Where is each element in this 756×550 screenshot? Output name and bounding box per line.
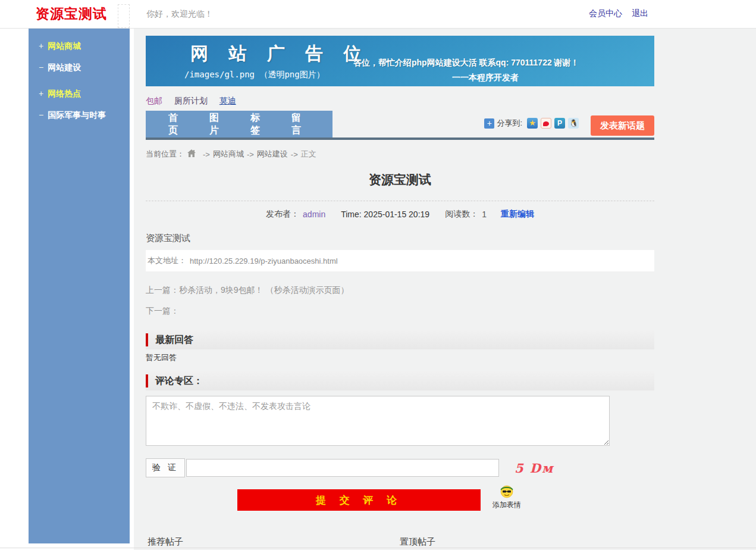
tab-tags[interactable]: 标签 [250, 112, 271, 137]
publisher-label: 发布者： [266, 209, 299, 220]
captcha-label: 验 证 [146, 458, 185, 477]
breadcrumb-arrow: -> [203, 150, 210, 159]
header-links: 会员中心 退出 [582, 8, 648, 19]
section-title: 最新回答 [155, 334, 193, 346]
sidebar: +网站商城 −网站建设 +网络热点 −国际军事与时事 [29, 29, 130, 543]
tencent-weibo-icon[interactable]: P [554, 118, 565, 129]
banner-message-line2: 一一本程序开发者 [452, 73, 519, 83]
share-bar: + 分享到: ★ P [484, 118, 582, 129]
submit-row: 提 交 评 论 添加表情 [146, 489, 654, 515]
no-answers-text: 暂无回答 [146, 352, 654, 363]
submit-comment-button[interactable]: 提 交 评 论 [237, 489, 481, 511]
captcha-row: 验 证 5 Dм [146, 458, 654, 477]
sidebar-item-military-news[interactable]: −国际军事与时事 [29, 106, 130, 125]
main-content: 网 站 广 告 位 /images/gl.png （透明png图片） 各位，帮忙… [146, 29, 654, 515]
banner-image-path: /images/gl.png （透明png图片） [184, 70, 325, 80]
permalink-label: 本文地址： [148, 255, 186, 266]
breadcrumb-arrow: -> [247, 150, 254, 159]
breadcrumb-item-website-build[interactable]: 网站建设 [257, 149, 288, 160]
share-plus-icon[interactable]: + [484, 118, 494, 129]
expand-plus-icon: + [39, 89, 43, 98]
qzone-icon[interactable]: ★ [527, 118, 538, 129]
qq-icon[interactable] [568, 118, 579, 129]
recommended-posts-heading: 推荐帖子 [148, 536, 183, 548]
main-nav: 首页 图片 标签 留言 + 分享到: ★ P 发表新话题 [146, 111, 654, 140]
previous-post-link[interactable]: 上一篇：秒杀活动，9块9包邮！ （秒杀活动演示页面） [146, 285, 654, 296]
page-body: +网站商城 −网站建设 +网络热点 −国际军事与时事 网 站 广 告 位 /im… [0, 29, 756, 550]
tab-home[interactable]: 首页 [168, 112, 189, 137]
latest-answers-header: 最新回答 [146, 330, 654, 349]
pinned-posts-heading: 置顶帖子 [400, 536, 435, 548]
home-icon[interactable] [187, 149, 196, 160]
dashed-divider [146, 201, 654, 201]
site-logo[interactable]: 资源宝测试 [36, 5, 107, 23]
sidebar-item-label: 国际军事与时事 [48, 110, 106, 120]
section-red-bar [146, 333, 148, 346]
views-count: 1 [482, 210, 487, 219]
breadcrumb-item-current: 正文 [301, 149, 316, 160]
page: 资源宝测试 你好，欢迎光临！ 会员中心 退出 +网站商城 −网站建设 +网络热点… [0, 0, 756, 550]
captcha-code-image: 5 Dм [515, 461, 554, 476]
weibo-icon[interactable] [541, 118, 551, 129]
tag-links-row: 包邮 厕所计划 莫迪 [146, 96, 654, 108]
banner-message-line1: 各位，帮忙介绍php网站建设大活 联系qq: 770111722 谢谢！ [353, 58, 579, 68]
member-center-link[interactable]: 会员中心 [589, 8, 622, 18]
re-edit-link[interactable]: 重新编辑 [501, 209, 534, 220]
permalink-bar: 本文地址： http://120.25.229.19/p-ziyuanbaoce… [146, 250, 654, 271]
article-body-text: 资源宝测试 [146, 233, 654, 244]
breadcrumb-arrow: -> [291, 150, 298, 159]
captcha-input[interactable] [186, 459, 499, 477]
permalink-url[interactable]: http://120.25.229.19/p-ziyuanbaoceshi.ht… [190, 257, 338, 265]
sidebar-item-label: 网络热点 [48, 89, 81, 98]
add-emoji-label: 添加表情 [493, 500, 521, 510]
breadcrumb-item-shop[interactable]: 网站商城 [213, 149, 244, 160]
sidebar-item-label: 网站商城 [48, 41, 81, 51]
next-post-label: 下一篇： [146, 306, 654, 317]
breadcrumb-label: 当前位置： [146, 149, 184, 160]
tab-images[interactable]: 图片 [209, 112, 230, 137]
logout-link[interactable]: 退出 [632, 8, 648, 18]
emoji-face-icon [499, 483, 515, 499]
bottom-divider [0, 548, 756, 548]
article-meta: 发布者： admin Time: 2025-01-15 20:19 阅读数： 1… [146, 209, 654, 220]
share-label: 分享到: [497, 118, 522, 129]
expand-plus-icon: + [39, 41, 43, 51]
sidebar-item-shop[interactable]: +网站商城 [29, 37, 130, 56]
welcome-greeting: 你好，欢迎光临！ [146, 9, 213, 20]
views-label: 阅读数： [445, 209, 478, 220]
sidebar-item-hot-topics[interactable]: +网络热点 [29, 85, 130, 104]
article-title: 资源宝测试 [146, 171, 654, 188]
section-title: 评论专区： [155, 375, 203, 388]
add-emoji-control[interactable]: 添加表情 [493, 483, 521, 510]
banner-title: 网 站 广 告 位 [190, 42, 369, 66]
section-red-bar [146, 374, 148, 388]
breadcrumb: 当前位置： -> 网站商城 -> 网站建设 -> 正文 [146, 148, 654, 161]
comment-section-header: 评论专区： [146, 371, 654, 390]
comment-input[interactable] [146, 396, 610, 446]
nav-tab-bar: 首页 图片 标签 留言 [146, 111, 332, 138]
tag-link-modi[interactable]: 莫迪 [219, 96, 236, 105]
publish-time: Time: 2025-01-15 20:19 [341, 210, 429, 219]
tag-link-cesuojihua[interactable]: 厕所计划 [174, 96, 208, 105]
top-header: 资源宝测试 你好，欢迎光临！ 会员中心 退出 [0, 0, 756, 29]
publisher-link[interactable]: admin [303, 210, 325, 219]
logo-placeholder-box [118, 4, 130, 28]
tab-messages[interactable]: 留言 [291, 112, 312, 137]
collapse-minus-icon: − [39, 110, 43, 120]
sidebar-item-label: 网站建设 [48, 62, 81, 72]
collapse-minus-icon: − [39, 62, 43, 72]
new-topic-button[interactable]: 发表新话题 [591, 115, 654, 136]
ad-banner[interactable]: 网 站 广 告 位 /images/gl.png （透明png图片） 各位，帮忙… [146, 36, 654, 86]
tag-link-baoyou[interactable]: 包邮 [146, 96, 162, 105]
sidebar-item-website-build[interactable]: −网站建设 [29, 58, 130, 77]
